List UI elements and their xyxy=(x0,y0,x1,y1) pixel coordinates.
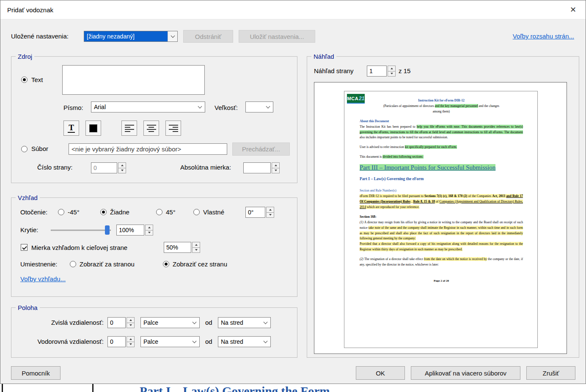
custom-rotation-spinner[interactable]: 0° xyxy=(245,207,274,218)
on-top-of-page-radio[interactable] xyxy=(163,261,169,267)
rotation-45-radio[interactable] xyxy=(156,209,162,215)
add-watermark-dialog: Pridať vodoznak ✕ Uložené nastavenia: [ž… xyxy=(0,0,586,384)
spin-down-button[interactable] xyxy=(388,71,396,77)
scale-field[interactable]: 50% xyxy=(164,242,191,253)
underline-style-button[interactable]: T xyxy=(63,121,79,136)
vertical-anchor-select[interactable]: Na stred xyxy=(218,317,271,328)
vertical-distance-value: 0 xyxy=(110,319,113,326)
font-value: Arial xyxy=(91,102,195,112)
chevron-down-icon[interactable] xyxy=(261,318,270,328)
behind-page-radio[interactable] xyxy=(70,261,76,267)
spin-up-icon xyxy=(129,338,132,340)
custom-rotation-field[interactable]: 0° xyxy=(245,207,265,218)
horizontal-distance-field[interactable]: 0 xyxy=(107,336,126,347)
font-color-button[interactable] xyxy=(85,121,101,136)
close-icon[interactable]: ✕ xyxy=(567,5,579,14)
horizontal-anchor-value: Na stred xyxy=(218,337,261,347)
size-select[interactable] xyxy=(245,101,273,112)
chevron-down-icon[interactable] xyxy=(190,318,199,328)
doc-block: among them) xyxy=(360,109,523,115)
spin-down-icon xyxy=(121,170,124,171)
position-group: Poloha Zvislá vzdialenosť: 0 Palce od Na… xyxy=(11,307,297,358)
spin-up-button[interactable] xyxy=(127,336,135,342)
spin-down-button[interactable] xyxy=(145,230,153,236)
horizontal-units-select[interactable]: Palce xyxy=(140,336,200,347)
mca-logo-21: 21 xyxy=(359,96,364,101)
rotation-45-label: 45° xyxy=(166,209,176,216)
vertical-units-select[interactable]: Palce xyxy=(140,317,200,328)
horizontal-distance-value: 0 xyxy=(110,338,113,345)
vertical-distance-label: Zvislá vzdialenosť: xyxy=(16,319,104,326)
dialog-titlebar: Pridať vodoznak ✕ xyxy=(0,0,586,19)
spin-up-icon xyxy=(121,164,124,166)
chevron-down-icon[interactable] xyxy=(263,102,273,112)
opacity-field[interactable]: 100% xyxy=(116,225,144,236)
spin-down-icon xyxy=(195,249,198,251)
cancel-button[interactable]: Zrušiť xyxy=(526,366,575,380)
vertical-distance-field[interactable]: 0 xyxy=(107,317,126,328)
page-range-options-link[interactable]: Voľby rozsahu strán... xyxy=(513,33,574,40)
appearance-group: Vzhľad Otočenie: -45° Žiadne 45° Vlastné… xyxy=(11,197,297,297)
screen: Part I – Law(s) Governing the Form Prida… xyxy=(0,0,586,392)
spin-down-button[interactable] xyxy=(127,323,135,329)
spin-down-button[interactable] xyxy=(127,342,135,348)
align-left-button[interactable] xyxy=(121,121,137,136)
opacity-slider[interactable] xyxy=(51,225,111,235)
spin-up-button xyxy=(272,162,280,168)
spin-up-button[interactable] xyxy=(266,207,274,213)
page-number-spinner: 0 xyxy=(91,162,126,173)
page-number-label: Číslo strany: xyxy=(37,164,72,171)
horizontal-distance-label: Vodorovná vzdialenosť: xyxy=(16,338,104,345)
horizontal-anchor-select[interactable]: Na stred xyxy=(218,336,271,347)
spin-up-button[interactable] xyxy=(192,242,200,248)
font-select[interactable]: Arial xyxy=(91,101,205,112)
vertical-distance-spinner[interactable]: 0 xyxy=(107,317,135,328)
preview-page-field[interactable]: 1 xyxy=(367,66,387,77)
rotation-none-label: Žiadne xyxy=(110,209,129,216)
chevron-down-icon[interactable] xyxy=(261,337,270,347)
chevron-down-icon[interactable] xyxy=(195,102,205,112)
align-center-button[interactable] xyxy=(143,121,159,136)
custom-rotation-value: 0° xyxy=(248,209,253,216)
saved-settings-select[interactable]: [žiadny nezadaný] xyxy=(84,31,178,42)
apply-multiple-button[interactable]: Aplikovať na viacero súborov xyxy=(411,366,520,380)
text-radio[interactable] xyxy=(21,77,28,83)
scale-spinner[interactable]: 50% xyxy=(164,242,200,253)
spin-up-button[interactable] xyxy=(127,317,135,323)
spin-down-button[interactable] xyxy=(266,212,274,218)
slider-track xyxy=(51,230,111,231)
help-button[interactable]: Pomocník xyxy=(11,366,61,380)
align-right-icon xyxy=(169,125,178,132)
rotation-neg45-radio[interactable] xyxy=(58,209,64,215)
spin-down-icon xyxy=(275,170,277,171)
rotation-custom-radio[interactable] xyxy=(193,209,200,215)
background-line xyxy=(2,384,3,392)
spin-up-button[interactable] xyxy=(145,225,153,230)
slider-thumb[interactable] xyxy=(105,225,110,235)
browse-button: Prechádzať... xyxy=(232,143,290,156)
doc-block: Section 168: xyxy=(360,214,523,220)
align-right-button[interactable] xyxy=(165,121,181,136)
chevron-down-icon[interactable] xyxy=(168,31,177,41)
source-file-field[interactable]: <nie je vybraný žiadny zdrojový súbor> xyxy=(69,143,227,155)
watermark-text-input[interactable] xyxy=(62,65,205,95)
rotation-neg45-label: -45° xyxy=(68,209,80,216)
doc-block: Provided that a director shall also forw… xyxy=(360,241,523,252)
horizontal-distance-spinner[interactable]: 0 xyxy=(107,336,135,347)
file-radio[interactable] xyxy=(21,146,28,152)
dialog-title: Pridať vodoznak xyxy=(7,6,53,14)
preview-group: Náhľad Náhľad strany 1 z 15 MCA21 Instru… xyxy=(307,56,579,358)
rotation-none-radio[interactable] xyxy=(100,209,107,215)
spin-down-button[interactable] xyxy=(192,247,200,253)
spin-up-button[interactable] xyxy=(388,66,396,71)
appearance-options-link[interactable]: Voľby vzhľadu... xyxy=(20,276,66,282)
opacity-spinner[interactable]: 100% xyxy=(116,225,153,236)
spin-down-button xyxy=(118,168,126,174)
spin-down-icon xyxy=(129,324,132,326)
ok-button[interactable]: OK xyxy=(356,366,405,380)
page-number-value: 0 xyxy=(94,164,97,171)
preview-page-spinner[interactable]: 1 xyxy=(367,66,396,77)
scale-to-page-checkbox[interactable] xyxy=(21,244,28,251)
doc-block: Part III – Important Points for Successf… xyxy=(360,164,495,171)
chevron-down-icon[interactable] xyxy=(190,337,199,347)
